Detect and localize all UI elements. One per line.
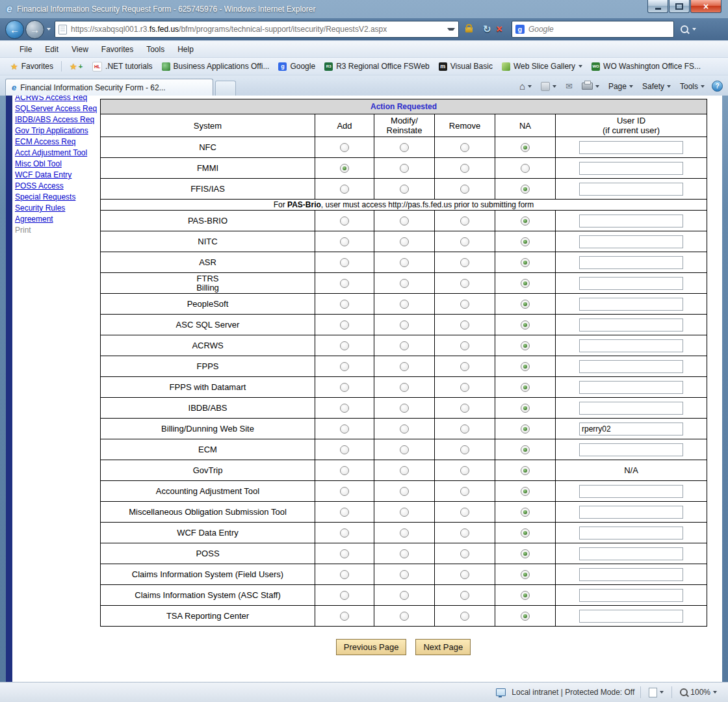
radio-na[interactable] [521, 362, 530, 371]
radio-modify[interactable] [400, 487, 409, 496]
user-id-input[interactable] [579, 318, 683, 332]
radio-add[interactable] [340, 320, 349, 330]
page-menu-button[interactable]: Page [606, 81, 635, 92]
radio-modify[interactable] [400, 258, 409, 267]
radio-modify[interactable] [400, 279, 409, 288]
radio-na[interactable] [521, 466, 530, 475]
sidebar-link[interactable]: IBDB/ABS Access Req [15, 114, 100, 125]
user-id-input[interactable] [579, 443, 683, 456]
minimize-button[interactable] [647, 0, 668, 13]
radio-remove[interactable] [460, 300, 469, 309]
radio-add[interactable] [340, 508, 349, 517]
user-id-input[interactable] [579, 277, 683, 290]
radio-na[interactable] [521, 300, 530, 309]
radio-na[interactable] [521, 508, 530, 517]
radio-add[interactable] [340, 424, 349, 434]
home-button[interactable]: ⌂ [517, 81, 534, 92]
radio-remove[interactable] [460, 216, 469, 226]
maximize-button[interactable] [669, 0, 690, 13]
user-id-input[interactable] [579, 360, 683, 373]
radio-remove[interactable] [460, 320, 469, 330]
user-id-input[interactable] [579, 183, 683, 196]
radio-remove[interactable] [460, 424, 469, 434]
favorite-link-web-slice-gallery[interactable]: Web Slice Gallery [497, 60, 587, 73]
radio-modify[interactable] [400, 300, 409, 309]
user-id-input[interactable] [579, 568, 683, 581]
user-id-input[interactable] [579, 162, 683, 175]
radio-modify[interactable] [400, 424, 409, 434]
history-dropdown-icon[interactable] [47, 28, 51, 31]
tab-financial-security-form[interactable]: e Financial Information Security Form - … [5, 79, 213, 96]
radio-modify[interactable] [400, 445, 409, 454]
favorite-link-r3-fsweb[interactable]: R3 R3 Regional Office FSWeb [320, 60, 434, 73]
radio-add[interactable] [340, 237, 349, 246]
menu-favorites[interactable]: Favorites [95, 42, 140, 57]
menu-help[interactable]: Help [171, 42, 200, 57]
radio-add[interactable] [340, 383, 349, 392]
read-mail-button[interactable]: ✉ [564, 80, 575, 92]
radio-na[interactable] [521, 487, 530, 496]
close-button[interactable]: × [690, 0, 722, 13]
radio-modify[interactable] [400, 143, 409, 152]
radio-na[interactable] [521, 279, 530, 288]
sidebar-link[interactable]: Special Requests [15, 192, 100, 203]
user-id-input[interactable] [579, 506, 683, 519]
search-box[interactable]: g Google [512, 21, 674, 38]
radio-modify[interactable] [400, 320, 409, 330]
menu-view[interactable]: View [65, 42, 95, 57]
radio-remove[interactable] [460, 279, 469, 288]
new-tab-button[interactable] [215, 81, 236, 96]
sidebar-link[interactable]: Agreement [15, 214, 100, 225]
menu-file[interactable]: File [13, 42, 38, 57]
radio-modify[interactable] [400, 508, 409, 517]
radio-remove[interactable] [460, 570, 469, 579]
radio-add[interactable] [340, 404, 349, 413]
safety-menu-button[interactable]: Safety [640, 81, 673, 92]
tools-menu-button[interactable]: Tools [678, 81, 707, 92]
radio-remove[interactable] [460, 362, 469, 371]
radio-na[interactable] [521, 258, 530, 267]
radio-na[interactable] [521, 612, 530, 621]
user-id-input[interactable] [579, 141, 683, 154]
radio-na[interactable] [521, 445, 530, 454]
radio-na[interactable] [521, 320, 530, 330]
sidebar-link[interactable]: Gov Trip Applications [15, 125, 100, 136]
forward-button[interactable]: → [25, 20, 44, 39]
user-id-input[interactable] [579, 610, 683, 623]
sidebar-link[interactable]: Acct Adjustment Tool [15, 148, 100, 159]
zoom-control[interactable]: 100% [678, 686, 719, 698]
sidebar-link[interactable]: ACRWS Access Req [15, 96, 100, 103]
sidebar-link[interactable]: ECM Access Req [15, 136, 100, 148]
feeds-button[interactable] [539, 81, 558, 92]
radio-modify[interactable] [400, 164, 409, 173]
menu-edit[interactable]: Edit [38, 42, 65, 57]
print-button[interactable] [580, 81, 601, 91]
radio-add[interactable] [340, 570, 349, 579]
radio-na[interactable] [521, 237, 530, 246]
stop-button[interactable]: × [497, 23, 502, 35]
search-button[interactable] [681, 25, 688, 33]
radio-add[interactable] [340, 528, 349, 538]
favorite-link-business-applications[interactable]: Business Applications Offi... [157, 60, 274, 73]
user-id-input[interactable] [579, 298, 683, 311]
radio-add[interactable] [340, 445, 349, 454]
radio-add[interactable] [340, 258, 349, 267]
radio-remove[interactable] [460, 185, 469, 194]
next-page-button[interactable]: Next Page [415, 639, 471, 655]
favorites-button[interactable]: ★ Favorites [5, 60, 58, 73]
radio-remove[interactable] [460, 404, 469, 413]
user-id-input[interactable] [579, 422, 683, 436]
radio-remove[interactable] [460, 549, 469, 558]
radio-modify[interactable] [400, 528, 409, 538]
radio-remove[interactable] [460, 258, 469, 267]
favorite-link-google[interactable]: g Google [274, 60, 320, 73]
radio-na[interactable] [521, 591, 530, 600]
radio-modify[interactable] [400, 341, 409, 350]
radio-modify[interactable] [400, 216, 409, 226]
menu-tools[interactable]: Tools [140, 42, 171, 57]
radio-remove[interactable] [460, 383, 469, 392]
radio-add[interactable] [340, 341, 349, 350]
radio-na[interactable] [521, 383, 530, 392]
favorite-link-net-tutorials[interactable]: HL .NET tutorials [88, 60, 157, 73]
radio-add[interactable] [340, 279, 349, 288]
